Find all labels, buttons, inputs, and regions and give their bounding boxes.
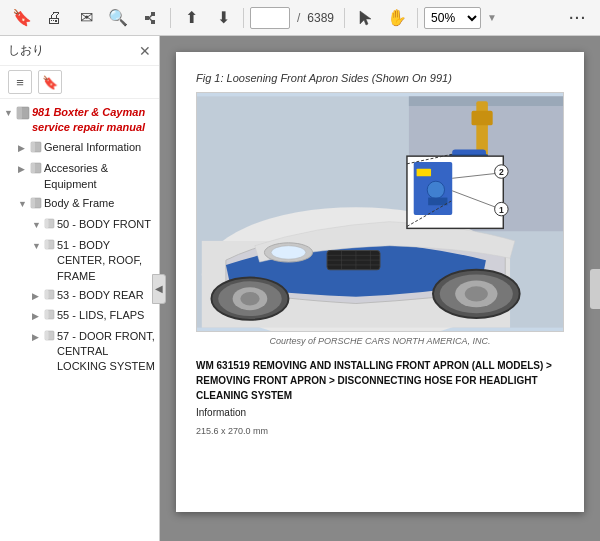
tree-node-body-rear[interactable]: ▶ 53 - BODY REAR <box>0 286 159 306</box>
svg-rect-7 <box>17 107 22 119</box>
bookmark-toolbar-btn[interactable]: 🔖 <box>8 4 36 32</box>
svg-rect-28 <box>472 111 493 125</box>
expand-lids-icon: ▶ <box>32 310 42 323</box>
right-scroll-edge <box>590 269 600 309</box>
node-icon-body-center <box>44 239 55 254</box>
node-icon-body <box>30 197 42 213</box>
zoom-select[interactable]: 50% 25% 75% 100% <box>424 7 481 29</box>
svg-rect-15 <box>45 219 49 228</box>
tree-node-body-label: Body & Frame <box>44 196 114 211</box>
sidebar-collapse-btn[interactable]: ◀ <box>152 274 166 304</box>
next-page-btn[interactable]: ⬇ <box>209 4 237 32</box>
main-area: しおり ✕ ≡ 🔖 ▼ 981 Boxter & Cayman service … <box>0 36 600 541</box>
sep1 <box>170 8 171 28</box>
share-btn[interactable] <box>136 4 164 32</box>
toc-list-btn[interactable]: ≡ <box>8 70 32 94</box>
sep3 <box>344 8 345 28</box>
email-btn[interactable]: ✉ <box>72 4 100 32</box>
sidebar-close-btn[interactable]: ✕ <box>139 43 151 59</box>
tree-node-general[interactable]: ▶ General Information <box>0 138 159 159</box>
svg-rect-23 <box>45 331 49 340</box>
section-body: Information <box>196 407 564 418</box>
doc-page: Fig 1: Loosening Front Apron Sides (Show… <box>176 52 584 512</box>
sep2 <box>243 8 244 28</box>
tree-node-body-rear-label: 53 - BODY REAR <box>57 288 144 303</box>
cursor-tool-btn[interactable] <box>351 4 379 32</box>
expand-general-icon: ▶ <box>18 142 28 155</box>
tree-node-door-front-label: 57 - DOOR FRONT, CENTRAL LOCKING SYSTEM <box>57 329 155 375</box>
tree-node-body[interactable]: ▼ Body & Frame <box>0 194 159 215</box>
page-separator: / <box>297 11 300 25</box>
node-icon-general <box>30 141 42 157</box>
document-area[interactable]: Fig 1: Loosening Front Apron Sides (Show… <box>160 36 600 541</box>
svg-point-55 <box>240 292 259 305</box>
prev-page-btn[interactable]: ⬆ <box>177 4 205 32</box>
image-credit: Courtesy of PORSCHE CARS NORTH AMERICA, … <box>196 336 564 346</box>
tree-node-door-front[interactable]: ▶ 57 - DOOR FRONT, CENTRAL LOCKING SYSTE… <box>0 327 159 377</box>
svg-rect-11 <box>31 163 35 173</box>
expand-accessories-icon: ▶ <box>18 163 28 176</box>
svg-rect-13 <box>31 198 35 208</box>
toc-bookmark-btn[interactable]: 🔖 <box>38 70 62 94</box>
node-icon-body-front <box>44 218 55 233</box>
expand-root-icon: ▼ <box>4 107 14 120</box>
tree-node-lids-label: 55 - LIDS, FLAPS <box>57 308 144 323</box>
svg-rect-58 <box>417 169 431 177</box>
sidebar: しおり ✕ ≡ 🔖 ▼ 981 Boxter & Cayman service … <box>0 36 160 541</box>
fig-image: 2 1 <box>196 92 564 332</box>
tree-node-root-label: 981 Boxter & Cayman service repair manua… <box>32 105 155 136</box>
doc-dimensions: 215.6 x 270.0 mm <box>196 426 564 436</box>
tree-node-body-center-label: 51 - BODY CENTER, ROOF, FRAME <box>57 238 155 284</box>
more-options-btn[interactable]: ··· <box>564 4 592 32</box>
expand-body-icon: ▼ <box>18 198 28 211</box>
svg-point-40 <box>271 246 306 259</box>
tree-node-lids[interactable]: ▶ 55 - LIDS, FLAPS <box>0 306 159 326</box>
tree-node-body-center[interactable]: ▼ 51 - BODY CENTER, ROOF, FRAME <box>0 236 159 286</box>
page-number-input[interactable]: 2053 <box>250 7 290 29</box>
tree-node-body-front-label: 50 - BODY FRONT <box>57 217 151 232</box>
svg-point-51 <box>465 286 488 301</box>
sep4 <box>417 8 418 28</box>
tree-node-accessories-label: Accesories & Equipment <box>44 161 155 192</box>
node-icon-body-rear <box>44 289 55 304</box>
main-toolbar: 🔖 🖨 ✉ 🔍 ⬆ ⬇ 2053 / 6389 ✋ 50% 25% 75% 10… <box>0 0 600 36</box>
svg-text:1: 1 <box>499 205 504 215</box>
expand-body-front-icon: ▼ <box>32 219 42 232</box>
print-btn[interactable]: 🖨 <box>40 4 68 32</box>
sidebar-header: しおり ✕ <box>0 36 159 66</box>
tree-node-root[interactable]: ▼ 981 Boxter & Cayman service repair man… <box>0 103 159 138</box>
node-icon-lids <box>44 309 55 324</box>
fig-caption: Fig 1: Loosening Front Apron Sides (Show… <box>196 72 564 84</box>
section-title: WM 631519 REMOVING AND INSTALLING FRONT … <box>196 358 564 403</box>
svg-text:2: 2 <box>499 167 504 177</box>
svg-rect-0 <box>145 16 149 20</box>
page-total: 6389 <box>307 11 334 25</box>
node-icon-door-front <box>44 330 55 345</box>
search-btn[interactable]: 🔍 <box>104 4 132 32</box>
svg-rect-21 <box>45 310 49 319</box>
svg-rect-19 <box>45 290 49 299</box>
expand-body-rear-icon: ▶ <box>32 290 42 303</box>
node-icon-root <box>16 106 30 124</box>
expand-door-icon: ▶ <box>32 331 42 344</box>
tree-node-body-front[interactable]: ▼ 50 - BODY FRONT <box>0 215 159 235</box>
sidebar-icon-bar: ≡ 🔖 <box>0 66 159 99</box>
expand-body-center-icon: ▼ <box>32 240 42 253</box>
hand-tool-btn[interactable]: ✋ <box>383 4 411 32</box>
tree-node-general-label: General Information <box>44 140 141 155</box>
svg-rect-60 <box>428 198 447 206</box>
svg-rect-9 <box>31 142 35 152</box>
svg-marker-5 <box>360 11 371 25</box>
toc-tree: ▼ 981 Boxter & Cayman service repair man… <box>0 99 159 541</box>
node-icon-accessories <box>30 162 42 178</box>
tree-node-accessories[interactable]: ▶ Accesories & Equipment <box>0 159 159 194</box>
svg-point-59 <box>427 181 444 198</box>
svg-rect-17 <box>45 240 49 249</box>
sidebar-title: しおり <box>8 42 44 59</box>
